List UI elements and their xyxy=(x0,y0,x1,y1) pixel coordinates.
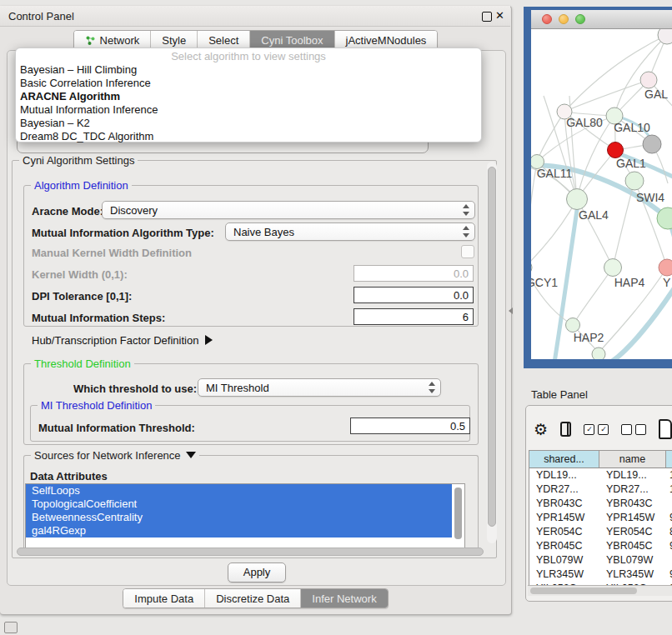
manual-kernel-checkbox[interactable] xyxy=(461,245,474,258)
aracne-mode-select[interactable]: Discovery xyxy=(102,201,475,219)
data-attributes-list[interactable]: SelfLoopsTopologicalCoefficientBetweenne… xyxy=(25,483,465,548)
table-cell: YBR043C xyxy=(529,497,599,511)
hub-definition-label: Hub/Transcription Factor Definition xyxy=(32,334,198,347)
tab-discretize-data[interactable]: Discretize Data xyxy=(205,589,301,608)
float-window-icon[interactable] xyxy=(482,12,492,22)
table-row[interactable]: YLR345WYLR345W9. xyxy=(529,568,672,582)
network-node-label: GAL xyxy=(644,88,668,101)
mi-threshold-legend: MI Threshold Definition xyxy=(38,399,155,412)
algorithm-option[interactable]: Bayesian – K2 xyxy=(16,117,481,130)
algorithm-option[interactable]: Mutual Information Inference xyxy=(16,103,481,117)
network-node[interactable] xyxy=(625,172,644,190)
network-node[interactable] xyxy=(640,72,657,88)
network-node[interactable] xyxy=(604,259,622,277)
mac-close-icon[interactable] xyxy=(542,14,552,24)
network-node[interactable] xyxy=(567,189,588,210)
network-node[interactable] xyxy=(643,135,661,153)
network-canvas-svg: GALGAL80GAL10GAL1GAL11SWI4GAL4GCY1HAP4YH… xyxy=(531,29,672,359)
settings-hscrollbar-thumb[interactable] xyxy=(17,548,484,556)
network-node-label: Y xyxy=(663,276,671,289)
table-row[interactable]: YBR045CYBR045C9. xyxy=(529,539,672,553)
manual-kernel-label: Manual Kernel Width Definition xyxy=(32,247,192,259)
algorithm-option[interactable]: Bayesian – Hill Climbing xyxy=(16,63,481,77)
select-all-columns-icon[interactable]: ✓ ✓ xyxy=(584,424,609,435)
table-mode-icon[interactable] xyxy=(659,419,672,439)
tab-infer-network[interactable]: Infer Network xyxy=(301,589,387,608)
apply-button[interactable]: Apply xyxy=(228,562,286,582)
tab-style[interactable]: Style xyxy=(151,31,198,49)
mi-threshold-input[interactable]: 0.5 xyxy=(350,418,470,434)
column-header-name[interactable]: name xyxy=(599,451,666,468)
network-node[interactable] xyxy=(566,318,580,332)
tab-select[interactable]: Select xyxy=(198,31,250,49)
network-node-label: GCY1 xyxy=(531,276,558,289)
dpi-tolerance-input[interactable]: 0.0 xyxy=(354,287,474,303)
network-node-label: GAL1 xyxy=(616,157,646,170)
data-attribute-item[interactable]: BetweennessCentrality xyxy=(26,511,452,524)
tab-jactivemnodules[interactable]: jActiveMNodules xyxy=(335,31,438,49)
attribute-list-scrollbar[interactable] xyxy=(454,488,462,539)
mac-zoom-icon[interactable] xyxy=(575,14,585,24)
network-icon xyxy=(85,35,96,46)
mi-algorithm-type-select[interactable]: Naive Bayes xyxy=(225,222,475,241)
table-row[interactable]: YPR145WYPR145W9. xyxy=(529,511,672,525)
table-row[interactable]: YDL19...YDL19...13 xyxy=(529,468,672,482)
column-header-shared-name[interactable]: shared... xyxy=(529,451,599,468)
stepper-arrows-icon xyxy=(462,226,470,238)
tab-impute-data[interactable]: Impute Data xyxy=(123,589,205,608)
table-panel-toolbar: ⚙ ✓ ✓ xyxy=(534,415,672,443)
mac-minimize-icon[interactable] xyxy=(559,14,569,24)
mi-threshold-label: Mutual Information Threshold: xyxy=(38,422,195,434)
splitpane-collapse-handle[interactable] xyxy=(509,308,513,314)
algorithm-option[interactable]: Dream8 DC_TDC Algorithm xyxy=(16,130,481,143)
network-edge[interactable] xyxy=(537,112,564,162)
table-row[interactable]: YER054CYER054C8. xyxy=(529,525,672,539)
network-node[interactable] xyxy=(531,260,532,275)
dpi-tolerance-label: DPI Tolerance [0,1]: xyxy=(32,290,132,302)
table-cell: YDL19... xyxy=(529,468,599,482)
mi-steps-input[interactable]: 6 xyxy=(354,308,474,325)
data-attribute-item[interactable]: SelfLoops xyxy=(26,484,452,498)
network-edge[interactable] xyxy=(614,35,667,116)
deselect-all-columns-icon[interactable] xyxy=(621,424,646,435)
tab-cyni-toolbox[interactable]: Cyni Toolbox xyxy=(250,31,334,49)
aracne-mode-label: Aracne Mode: xyxy=(32,205,103,218)
table-row[interactable]: YDR27...YDR27...12 xyxy=(529,482,672,497)
network-node[interactable] xyxy=(592,348,605,359)
table-row[interactable]: YBR043CYBR043C xyxy=(529,497,672,511)
close-icon[interactable]: ✕ xyxy=(495,9,504,22)
data-attribute-item[interactable]: gal4RGexp xyxy=(26,524,452,538)
table-hscrollbar-thumb[interactable] xyxy=(530,588,637,594)
split-columns-icon[interactable] xyxy=(560,422,571,437)
network-edge[interactable] xyxy=(564,80,649,112)
network-window-titlebar[interactable] xyxy=(531,10,672,29)
table-cell: YLR345W xyxy=(599,568,666,582)
table-cell: 8. xyxy=(666,525,672,539)
kernel-width-input[interactable]: 0.0 xyxy=(354,265,474,282)
hub-definition-toggle[interactable]: Hub/Transcription Factor Definition xyxy=(32,334,213,347)
network-canvas[interactable]: GALGAL80GAL10GAL1GAL11SWI4GAL4GCY1HAP4YH… xyxy=(531,29,672,359)
table-hscrollbar[interactable] xyxy=(528,585,672,596)
settings-vscrollbar-thumb[interactable] xyxy=(488,167,496,527)
network-edge[interactable] xyxy=(573,268,613,325)
table-cell: YBR045C xyxy=(529,539,599,553)
sources-legend[interactable]: Sources for Network Inference xyxy=(31,449,199,462)
column-header-cut[interactable] xyxy=(666,451,672,468)
network-view-window: GALGAL80GAL10GAL1GAL11SWI4GAL4GCY1HAP4YH… xyxy=(524,7,672,368)
gear-icon[interactable]: ⚙ xyxy=(534,417,548,442)
algorithm-option[interactable]: ARACNE Algorithm xyxy=(16,90,481,103)
network-node[interactable] xyxy=(659,259,672,276)
tab-network[interactable]: Network xyxy=(74,31,152,49)
algorithm-option[interactable]: Basic Correlation Inference xyxy=(16,77,481,90)
minimized-window-icon[interactable] xyxy=(4,622,18,633)
which-threshold-select[interactable]: MI Threshold xyxy=(198,378,441,397)
control-panel-titlebar[interactable] xyxy=(0,6,510,27)
data-attribute-item[interactable]: TopologicalCoefficient xyxy=(26,498,452,511)
table-row[interactable]: YBL079WYBL079W xyxy=(529,553,672,568)
table-cell: YDR27... xyxy=(529,482,599,497)
which-threshold-label: Which threshold to use: xyxy=(73,382,197,395)
network-node[interactable] xyxy=(608,142,624,158)
network-edge[interactable] xyxy=(613,181,634,268)
network-node-label: GAL11 xyxy=(537,167,573,180)
network-edge[interactable] xyxy=(610,278,672,359)
